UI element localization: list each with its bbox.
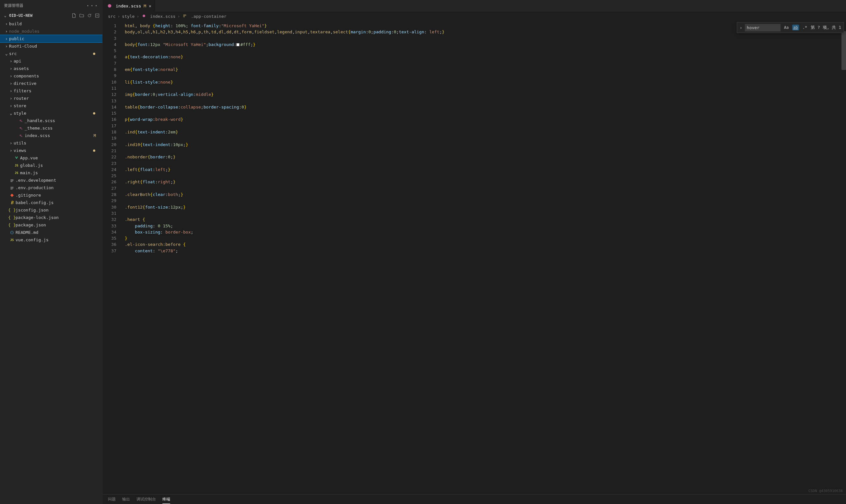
find-expand-icon[interactable]: › [740, 25, 742, 30]
chevron-icon: › [8, 73, 14, 78]
close-icon[interactable]: ✕ [149, 3, 152, 8]
folder-public[interactable]: ›public [0, 35, 102, 42]
file-_theme.scss[interactable]: _theme.scss [0, 124, 102, 132]
find-widget: › Aa ab .* 第 ? 项, 共 1 [737, 22, 844, 33]
code-line[interactable]: .ind{text-indent:2em} [125, 129, 846, 135]
code-line[interactable] [125, 110, 846, 116]
folder-node_modules[interactable]: ›node_modules [0, 28, 102, 35]
panel-tab-1[interactable]: 输出 [122, 495, 130, 503]
code-line[interactable]: table{border-collapse:collapse;border-sp… [125, 104, 846, 110]
code-line[interactable]: body{font:12px "Microsoft YaHei";backgro… [125, 41, 846, 48]
refresh-icon[interactable] [87, 13, 92, 18]
file-babel.config.js[interactable]: Bbabel.config.js [0, 199, 102, 206]
tree-label: babel.config.js [16, 200, 53, 205]
code-line[interactable] [125, 123, 846, 129]
code-line[interactable] [125, 160, 846, 166]
folder-directive[interactable]: ›directive [0, 80, 102, 87]
code-line[interactable]: .font12{font-size:12px;} [125, 204, 846, 210]
folder-store[interactable]: ›store [0, 102, 102, 109]
tree-label: package-lock.json [16, 215, 59, 220]
folder-api[interactable]: ›api [0, 57, 102, 65]
folder-views[interactable]: ›views [0, 147, 102, 154]
code-line[interactable]: .left{float:left;} [125, 166, 846, 173]
file-global.js[interactable]: JSglobal.js [0, 162, 102, 169]
code-line[interactable] [125, 60, 846, 67]
crumb-.app-container[interactable]: .app-container [182, 14, 226, 19]
chevron-icon: › [8, 81, 14, 86]
crumb-style[interactable]: style [122, 14, 135, 19]
code-line[interactable]: li{list-style:none} [125, 79, 846, 85]
code-line[interactable]: .right{float:right;} [125, 179, 846, 185]
code-line[interactable]: img{border:0;vertical-align:middle} [125, 91, 846, 97]
code-line[interactable]: em{font-style:normal} [125, 67, 846, 73]
folder-utils[interactable]: ›utils [0, 139, 102, 147]
code-line[interactable]: .el-icon-search:before { [125, 241, 846, 248]
file-.env.development[interactable]: .env.development [0, 177, 102, 184]
code-line[interactable]: .heart { [125, 216, 846, 222]
file-tree[interactable]: ›build›node_modules›public›RuoYi-Cloud⌄s… [0, 20, 102, 504]
file-vue.config.js[interactable]: JSvue.config.js [0, 236, 102, 244]
code-line[interactable] [125, 73, 846, 79]
code-content[interactable]: html, body {height: 100%; font-family:"M… [121, 21, 846, 494]
breadcrumb[interactable]: src› style› index.scss› .app-container [103, 12, 846, 21]
new-file-icon[interactable] [71, 13, 76, 18]
new-folder-icon[interactable] [79, 13, 84, 18]
panel-tab-2[interactable]: 调试控制台 [137, 495, 156, 503]
code-line[interactable] [125, 85, 846, 91]
code-line[interactable]: .noborder{border:0;} [125, 154, 846, 160]
code-line[interactable]: } [125, 235, 846, 241]
chevron-icon: › [8, 59, 14, 64]
folder-components[interactable]: ›components [0, 72, 102, 80]
file-jsconfig.json[interactable]: { }jsconfig.json [0, 206, 102, 214]
code-line[interactable] [125, 48, 846, 54]
scrollbar[interactable] [842, 31, 846, 70]
code-line[interactable]: .ind10{text-indent:10px;} [125, 142, 846, 148]
find-input[interactable] [745, 24, 780, 32]
file-package-lock.json[interactable]: { }package-lock.json [0, 214, 102, 221]
sass-icon [18, 126, 24, 130]
file-main.js[interactable]: JSmain.js [0, 169, 102, 177]
panel-tab-0[interactable]: 问题 [108, 495, 116, 503]
code-line[interactable] [125, 135, 846, 141]
code-line[interactable] [125, 198, 846, 204]
code-line[interactable] [125, 98, 846, 104]
file-App.vue[interactable]: App.vue [0, 154, 102, 162]
code-line[interactable] [125, 148, 846, 154]
folder-RuoYi-Cloud[interactable]: ›RuoYi-Cloud [0, 42, 102, 50]
code-line[interactable]: box-sizing: border-box; [125, 229, 846, 235]
code-line[interactable]: content: "\e778"; [125, 248, 846, 254]
color-swatch [236, 43, 240, 46]
file-README.md[interactable]: iREADME.md [0, 229, 102, 236]
file-_handle.scss[interactable]: _handle.scss [0, 117, 102, 124]
code-line[interactable]: a{text-decoration:none} [125, 54, 846, 60]
tab-index-scss[interactable]: index.scss M ✕ [103, 0, 156, 12]
folder-src[interactable]: ⌄src [0, 50, 102, 57]
code-line[interactable]: p{word-wrap:break-word} [125, 116, 846, 123]
code-line[interactable] [125, 185, 846, 192]
panel-tab-3[interactable]: 终端 [162, 495, 170, 504]
crumb-src[interactable]: src [108, 14, 116, 19]
file-index.scss[interactable]: index.scssM [0, 132, 102, 139]
tree-label: directive [14, 81, 36, 86]
collapse-icon[interactable] [95, 13, 100, 18]
file-package.json[interactable]: { }package.json [0, 221, 102, 229]
crumb-index.scss[interactable]: index.scss [141, 14, 175, 19]
regex-icon[interactable]: .* [801, 24, 808, 31]
file-.env.production[interactable]: .env.production [0, 184, 102, 192]
folder-assets[interactable]: ›assets [0, 65, 102, 72]
project-header[interactable]: ⌄ OID-UI-NEW [0, 11, 102, 20]
more-icon[interactable]: ··· [86, 2, 99, 9]
folder-style[interactable]: ⌄style [0, 109, 102, 117]
code-line[interactable] [125, 173, 846, 179]
folder-build[interactable]: ›build [0, 20, 102, 28]
code-line[interactable]: padding: 0 15%; [125, 223, 846, 229]
code-line[interactable]: .clearBoth{clear:both;} [125, 192, 846, 198]
folder-router[interactable]: ›router [0, 94, 102, 102]
folder-filters[interactable]: ›filters [0, 87, 102, 94]
code-line[interactable] [125, 35, 846, 41]
find-result: 第 ? 项, 共 1 [811, 24, 841, 31]
whole-word-icon[interactable]: ab [792, 24, 799, 31]
file-.gitignore[interactable]: .gitignore [0, 192, 102, 199]
code-line[interactable] [125, 210, 846, 216]
match-case-icon[interactable]: Aa [783, 24, 790, 31]
